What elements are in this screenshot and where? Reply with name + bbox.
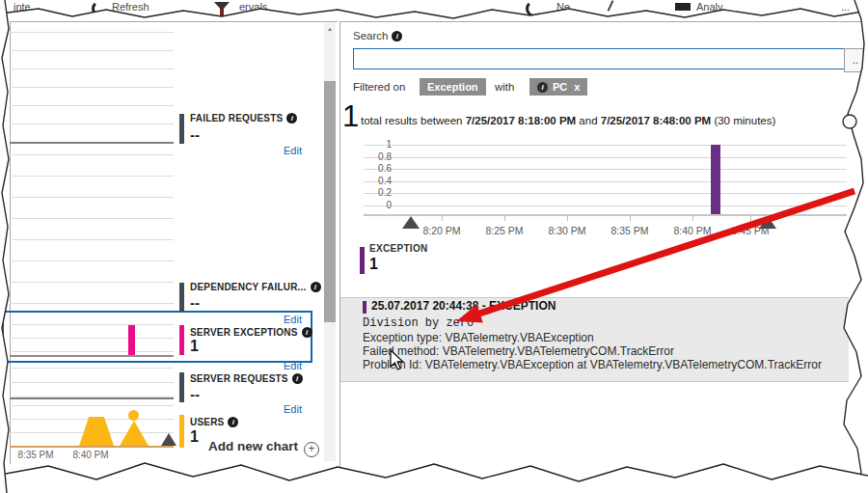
x-tick-mark bbox=[750, 215, 751, 221]
slash-icon bbox=[608, 0, 614, 12]
exception-legend-chip bbox=[360, 247, 365, 274]
server-exceptions-chip bbox=[179, 325, 184, 355]
server-exceptions-value: 1 bbox=[190, 338, 199, 355]
failed-requests-chip bbox=[179, 114, 184, 144]
result-failed-method: Failed method: VBATelemetry.VBATelemetry… bbox=[363, 344, 674, 358]
results-count: 1 bbox=[342, 99, 359, 134]
toolbar-fragment-refresh: Refresh bbox=[112, 1, 149, 13]
add-new-chart-button[interactable]: Add new chart bbox=[208, 439, 319, 457]
info-icon[interactable] bbox=[392, 31, 402, 41]
x-tick-mark bbox=[630, 215, 631, 221]
edit-link-failed-requests[interactable]: Edit bbox=[284, 145, 312, 156]
failed-requests-sparkline bbox=[10, 32, 174, 144]
exception-legend-value: 1 bbox=[369, 256, 378, 273]
scrollbar-thumb[interactable] bbox=[324, 81, 336, 322]
edit-link-dependency-failures[interactable]: Edit bbox=[284, 314, 312, 325]
analytics-icon bbox=[675, 3, 691, 11]
y-tick: 0.2 bbox=[365, 187, 392, 198]
x-tick-mark bbox=[442, 215, 443, 221]
dependency-failures-label: DEPENDENCY FAILUR... bbox=[190, 282, 321, 292]
exception-bar[interactable] bbox=[711, 145, 720, 214]
x-tick-label: 8:30 PM bbox=[540, 225, 594, 236]
server-requests-sparkline bbox=[10, 368, 174, 399]
result-title: 25.07.2017 20:44:38 - EXCEPTION bbox=[371, 299, 556, 313]
toolbar-fragment-intervals: ervals bbox=[239, 1, 267, 13]
result-problem-id: Problem Id: VBATelemetry.VBAException at… bbox=[363, 358, 822, 371]
toolbar-fragment-analytics: Analy bbox=[696, 1, 723, 13]
timeline-grid bbox=[364, 145, 847, 206]
filter-funnel-icon bbox=[214, 2, 230, 11]
x-tick-label: 8:40 PM bbox=[665, 225, 719, 236]
server-requests-chip bbox=[179, 372, 184, 402]
failed-requests-value: -- bbox=[190, 126, 200, 143]
results-summary: total results between 7/25/2017 8:18:00 … bbox=[361, 115, 775, 126]
info-icon[interactable] bbox=[302, 327, 312, 338]
search-more-button[interactable]: .. bbox=[844, 48, 867, 72]
toolbar-fragment-dots: ... bbox=[841, 1, 850, 13]
x-tick-mark bbox=[504, 215, 505, 221]
edit-link-server-exceptions[interactable]: Edit bbox=[284, 360, 312, 371]
x-tick-label: 8:25 PM bbox=[477, 225, 531, 236]
filter-type-badge[interactable]: Exception bbox=[420, 78, 486, 96]
server-exceptions-label: SERVER EXCEPTIONS bbox=[190, 327, 312, 338]
y-tick: 0.8 bbox=[365, 151, 392, 162]
y-tick: 0.6 bbox=[365, 163, 392, 174]
plus-icon bbox=[304, 442, 319, 457]
scrollbar-up-button[interactable] bbox=[324, 23, 336, 36]
users-value: 1 bbox=[190, 428, 199, 446]
info-icon bbox=[537, 82, 548, 93]
dependency-failures-chip bbox=[179, 283, 184, 312]
toolbar-fragment: inte bbox=[14, 1, 31, 13]
range-end: 7/25/2017 8:48:00 PM bbox=[601, 115, 711, 126]
failed-requests-label: FAILED REQUESTS bbox=[190, 113, 297, 123]
edit-link-server-requests[interactable]: Edit bbox=[284, 403, 312, 415]
info-icon[interactable] bbox=[286, 113, 297, 123]
x-tick-label: 8:35 PM bbox=[603, 225, 657, 236]
range-start: 7/25/2017 8:18:00 PM bbox=[466, 115, 576, 126]
x-tick-label: 8:20 PM bbox=[415, 225, 469, 236]
result-type-chip bbox=[363, 301, 366, 314]
remove-filter-icon[interactable]: x bbox=[574, 81, 580, 93]
info-icon[interactable] bbox=[311, 282, 321, 292]
search-field-label: Search bbox=[353, 30, 402, 41]
server-requests-label: SERVER REQUESTS bbox=[190, 373, 303, 384]
refresh-icon-right bbox=[526, 0, 543, 17]
filter-chip[interactable]: PCx bbox=[529, 78, 587, 96]
exception-legend-label: EXCEPTION bbox=[369, 243, 428, 254]
dependency-failures-sparkline bbox=[10, 154, 174, 311]
y-tick: 0 bbox=[365, 200, 392, 210]
users-x-tick: 8:35 PM bbox=[14, 450, 58, 460]
users-data-dot bbox=[128, 410, 139, 421]
range-handle-right[interactable] bbox=[759, 216, 776, 229]
server-requests-value: -- bbox=[190, 386, 200, 402]
users-label: USERS bbox=[190, 417, 238, 427]
filter-connector-text: with bbox=[495, 81, 514, 93]
refresh-icon bbox=[92, 0, 109, 17]
users-chip bbox=[179, 415, 184, 448]
result-message: Division by zero bbox=[363, 316, 474, 330]
y-tick: 0.4 bbox=[365, 176, 392, 186]
info-icon[interactable] bbox=[292, 373, 303, 384]
filter-prefix-text: Filtered on bbox=[353, 81, 405, 93]
x-tick-mark bbox=[567, 215, 568, 221]
range-handle-left[interactable] bbox=[402, 216, 420, 229]
search-input[interactable] bbox=[353, 48, 845, 69]
users-x-tick: 8:40 PM bbox=[68, 450, 113, 460]
toolbar-fragment-ne: Ne bbox=[556, 1, 570, 13]
dependency-failures-value: -- bbox=[190, 294, 200, 311]
info-icon[interactable] bbox=[228, 417, 238, 427]
y-tick: 1 bbox=[365, 139, 392, 150]
app-insights-search-screenshot: inte Refresh ervals Ne Analy ... 8:35 PM… bbox=[0, 0, 868, 493]
x-tick-mark bbox=[692, 215, 693, 221]
time-range-handle[interactable] bbox=[161, 433, 176, 446]
result-exception-type: Exception type: VBATelemetry.VBAExceptio… bbox=[363, 331, 594, 344]
